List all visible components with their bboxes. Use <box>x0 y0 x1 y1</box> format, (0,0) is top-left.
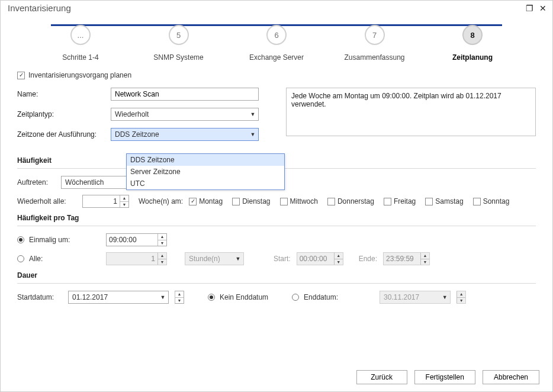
back-button[interactable]: Zurück <box>356 370 407 384</box>
step-exchange[interactable]: 6 Exchange Server <box>232 25 321 62</box>
enddate-radio[interactable]: Enddatum: <box>292 293 338 301</box>
end-time-spinner: ▲▼ <box>383 252 430 265</box>
tz-combo[interactable]: DDS Zeitzone ▼ <box>111 128 259 141</box>
day-wed[interactable]: Mittwoch <box>280 197 318 205</box>
plan-checkbox-label: Inventarisierungsvorgang planen <box>28 71 131 79</box>
cancel-button[interactable]: Abbrechen <box>483 370 539 384</box>
tz-option-utc[interactable]: UTC <box>127 178 284 189</box>
repeat-spinner[interactable]: ▲▼ <box>82 195 129 208</box>
window-title: Inventarisierung <box>8 3 71 13</box>
enddate-combo: 30.11.2017 ▼ <box>380 291 451 304</box>
spin-down-icon[interactable]: ▼ <box>158 240 166 246</box>
tz-dropdown[interactable]: DDS Zeitzone Server Zeitzone UTC <box>126 153 285 190</box>
day-thu[interactable]: Donnerstag <box>327 197 374 205</box>
type-label: Zeitplantyp: <box>17 110 106 118</box>
end-label: Ende: <box>359 255 377 263</box>
finish-button[interactable]: Fertigstellen <box>414 370 475 384</box>
once-time-spinner[interactable]: ▲▼ <box>106 233 167 246</box>
step-summary[interactable]: 7 Zusammenfassung <box>330 25 419 62</box>
chevron-down-icon: ▼ <box>159 293 167 302</box>
section-perday: Häufigkeit pro Tag <box>17 214 536 222</box>
chevron-down-icon: ▼ <box>249 130 257 139</box>
startdate-spinner[interactable]: ▲▼ <box>175 291 184 304</box>
noend-radio[interactable]: Kein Enddatum <box>208 293 268 301</box>
enddate-spinner: ▲▼ <box>456 291 466 304</box>
weeks-on-label: Woche(n) am: <box>139 197 183 205</box>
chevron-down-icon: ▼ <box>441 293 449 302</box>
type-combo[interactable]: Wiederholt ▼ <box>111 108 259 121</box>
chevron-down-icon: ▼ <box>234 254 242 264</box>
step-snmp[interactable]: 5 SNMP Systeme <box>134 25 223 62</box>
day-sun[interactable]: Sonntag <box>473 197 510 205</box>
tz-option-server[interactable]: Server Zeitzone <box>127 166 284 178</box>
day-fri[interactable]: Freitag <box>384 197 416 205</box>
spin-up-icon[interactable]: ▲ <box>175 291 184 297</box>
tz-option-dds[interactable]: DDS Zeitzone <box>127 154 284 166</box>
wizard-steps: ... Schritte 1-4 5 SNMP Systeme 6 Exchan… <box>1 14 552 68</box>
chevron-down-icon: ▼ <box>249 110 257 119</box>
spin-up-icon[interactable]: ▲ <box>120 195 128 201</box>
once-radio[interactable]: Einmalig um: <box>17 236 100 244</box>
every-radio[interactable]: Alle: <box>17 255 100 263</box>
section-duration: Dauer <box>17 271 536 279</box>
repeat-label: Wiederholt alle: <box>17 197 76 205</box>
every-spinner: ▲▼ <box>106 252 167 265</box>
startdate-combo[interactable]: 01.12.2017 ▼ <box>68 291 169 304</box>
close-icon[interactable]: ✕ <box>539 4 546 12</box>
spin-down-icon[interactable]: ▼ <box>120 201 128 207</box>
titlebar: Inventarisierung ❐ ✕ <box>1 1 552 14</box>
name-input[interactable] <box>111 88 259 101</box>
spin-down-icon[interactable]: ▼ <box>175 297 184 303</box>
day-tue[interactable]: Dienstag <box>232 197 270 205</box>
day-sat[interactable]: Samstag <box>425 197 463 205</box>
schedule-summary: Jede Woche am Montag um 09:00:00. Zeitpl… <box>286 88 536 136</box>
step-1-4[interactable]: ... Schritte 1-4 <box>36 25 125 62</box>
occur-label: Auftreten: <box>17 178 55 187</box>
plan-checkbox[interactable] <box>17 72 25 79</box>
tz-label: Zeitzone der Ausführung: <box>17 130 106 139</box>
name-label: Name: <box>17 90 106 98</box>
day-mon[interactable]: Montag <box>189 197 223 205</box>
startdate-label: Startdatum: <box>17 293 62 301</box>
start-time-spinner: ▲▼ <box>297 252 343 265</box>
every-unit-combo: Stunde(n) ▼ <box>185 252 244 265</box>
maximize-icon[interactable]: ❐ <box>526 4 533 12</box>
start-label: Start: <box>274 255 291 263</box>
step-schedule[interactable]: 8 Zeitplanung <box>428 25 517 62</box>
spin-up-icon[interactable]: ▲ <box>158 234 166 240</box>
